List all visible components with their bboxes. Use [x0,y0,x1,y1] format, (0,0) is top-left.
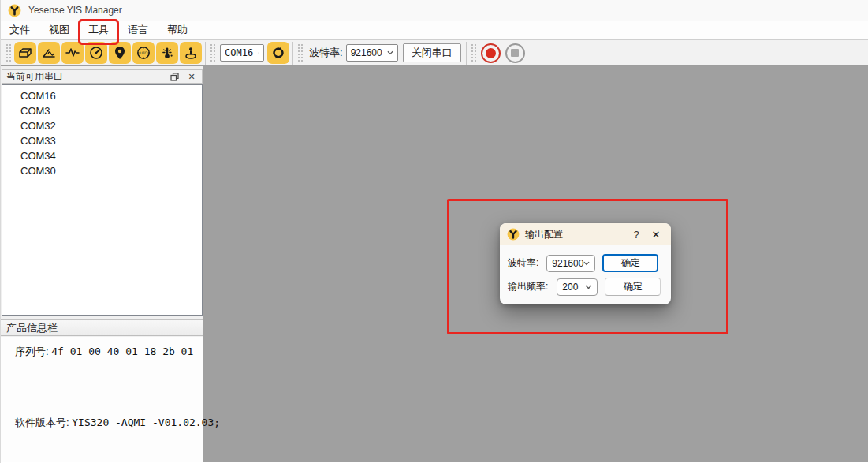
dialog-baud-select[interactable]: 921600 [546,255,595,272]
menu-language[interactable]: 语言 [121,21,155,39]
toolbar-separator [292,42,293,65]
dialog-freq-value: 200 [562,282,578,293]
chevron-down-icon [387,50,393,55]
com-port-value: COM16 [225,47,253,58]
software-version-value: YIS320 -AQMI -V01.02.03; [72,416,220,428]
menu-file[interactable]: 文件 [2,21,37,39]
close-serial-button[interactable]: 关闭串口 [403,43,461,62]
port-item[interactable]: COM34 [2,148,202,163]
location-button[interactable] [109,42,131,64]
beacon-icon [183,45,199,61]
toolbar-grip[interactable] [210,44,215,62]
output-freq-row: 输出频率: 200 确定 [508,278,661,296]
dialog-title-bar[interactable]: 输出配置 ? ✕ [500,223,671,245]
product-info-title: 产品信息栏 [6,321,58,335]
software-version-label: 软件版本号: [15,416,69,428]
title-bar: Yesense YIS Manager [1,0,868,21]
toolbar-grip[interactable] [471,44,476,62]
chevron-down-icon [585,285,592,289]
menu-view[interactable]: 视图 [42,21,76,39]
port-item[interactable]: COM33 [2,133,202,148]
dialog-baud-value: 921600 [552,258,583,269]
baud-rate-value: 921600 [351,47,382,58]
dialog-freq-select[interactable]: 200 [557,278,598,296]
product-info-header: 产品信息栏 [1,319,203,336]
freq-confirm-button[interactable]: 确定 [605,278,661,296]
refresh-icon [270,45,286,61]
utc-clock-button[interactable]: UTC [132,42,155,64]
stop-button[interactable] [505,43,525,63]
stop-icon [511,49,519,57]
dialog-freq-label: 输出频率: [508,280,548,293]
float-panel-icon[interactable] [168,70,181,83]
cube-3d-button[interactable] [14,42,36,64]
vibration-icon [159,45,175,61]
port-item[interactable]: COM30 [2,163,202,178]
menu-tools-label: 工具 [88,24,109,35]
product-info-body: 序列号: 4f 01 00 40 01 18 2b 01 软件版本号: YIS3… [1,337,203,462]
cube-3d-icon [17,45,33,61]
dialog-title: 输出配置 [525,228,629,241]
attitude-wave-button[interactable] [38,42,60,64]
vibration-button[interactable] [156,42,178,64]
toolbar-grip[interactable] [298,44,303,62]
serial-number-value: 4f 01 00 40 01 18 2b 01 [51,345,193,357]
dialog-help-button[interactable]: ? [629,229,643,241]
serial-ports-dock: 当前可用串口 ✕ COM16 COM3 COM32 COM33 COM34 CO… [1,66,203,462]
gauge-button[interactable] [85,42,107,64]
waveform-icon [65,45,80,61]
dock-title: 当前可用串口 [6,70,63,84]
toolbar: UTC COM16 [1,40,868,66]
main-canvas: 当前可用串口 ✕ COM16 COM3 COM32 COM33 COM34 CO… [1,66,868,462]
toolbar-separator [205,42,206,65]
baud-rate-row: 波特率: 921600 确定 [508,254,658,272]
toolbar-separator [466,42,467,65]
window-title: Yesense YIS Manager [28,5,122,16]
serial-number-label: 序列号: [15,345,49,357]
baud-rate-label: 波特率: [309,46,343,60]
record-button[interactable] [481,43,501,63]
com-port-select[interactable]: COM16 [220,44,264,62]
refresh-ports-button[interactable] [267,42,289,64]
port-item[interactable]: COM16 [2,88,202,103]
chevron-down-icon [583,261,590,266]
menu-tools[interactable]: 工具 [81,21,116,39]
port-item[interactable]: COM3 [2,103,202,118]
gauge-icon [88,45,104,61]
baud-rate-select[interactable]: 921600 [346,44,398,62]
utc-clock-icon: UTC [136,45,151,61]
dialog-close-button[interactable]: ✕ [648,229,664,241]
app-logo-icon [8,4,21,17]
menu-bar: 文件 视图 工具 语言 帮助 [1,21,868,40]
svg-text:UTC: UTC [140,51,147,55]
attitude-wave-icon [41,45,57,61]
port-item[interactable]: COM32 [2,118,202,133]
port-list[interactable]: COM16 COM3 COM32 COM33 COM34 COM30 [2,84,203,316]
software-version-line: 软件版本号: YIS320 -AQMI -V01.02.03; [15,416,220,430]
app-window: Yesense YIS Manager 文件 视图 工具 语言 帮助 [0,0,868,463]
location-pin-icon [112,45,128,61]
close-panel-icon[interactable]: ✕ [185,70,198,83]
dock-header[interactable]: 当前可用串口 ✕ [2,69,203,84]
beacon-button[interactable] [180,42,202,64]
menu-help[interactable]: 帮助 [160,21,195,39]
serial-number-line: 序列号: 4f 01 00 40 01 18 2b 01 [15,345,193,359]
baud-confirm-button[interactable]: 确定 [602,254,658,272]
dialog-baud-label: 波特率: [508,256,538,270]
waveform-button[interactable] [61,42,84,64]
dialog-logo-icon [507,228,520,241]
chevron-down-icon [258,50,259,55]
record-icon [486,48,496,58]
toolbar-grip[interactable] [6,44,11,62]
output-config-dialog: 输出配置 ? ✕ 波特率: 921600 确定 输出频率: 200 [500,223,671,304]
